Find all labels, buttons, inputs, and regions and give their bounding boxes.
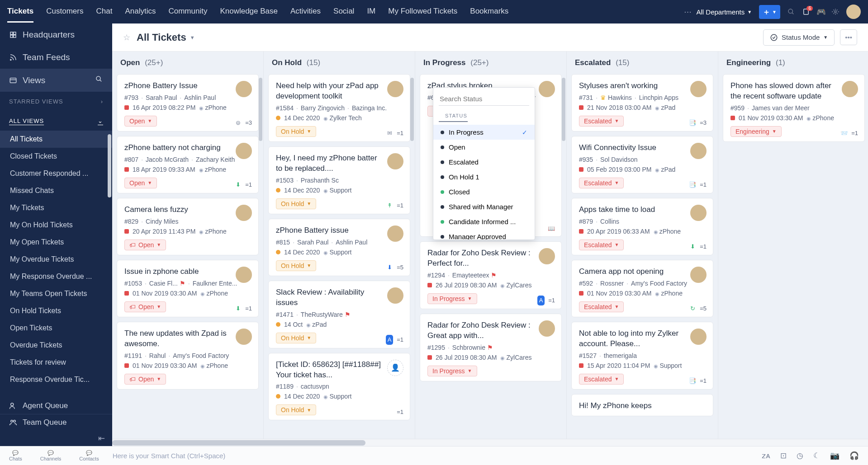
status-dropdown[interactable]: Escalated ▼ [579,240,624,250]
top-nav-chat[interactable]: Chat [96,1,112,23]
assignee-avatar[interactable] [387,153,403,169]
assignee-avatar[interactable] [236,205,252,221]
status-dropdown[interactable]: 🏷 Open ▼ [124,240,166,250]
ticket-card[interactable]: zPhone battery not charging#807Jacob McG… [117,136,259,193]
status-dropdown[interactable]: Escalated ▼ [579,178,624,188]
assignee-avatar[interactable] [842,81,858,97]
assignee-avatar[interactable] [387,81,403,97]
status-search-input[interactable] [439,92,529,106]
top-nav-tickets[interactable]: Tickets [7,1,33,23]
status-dropdown[interactable]: On Hold ▼ [276,404,316,415]
headset-icon[interactable]: 🎧 [849,451,859,460]
bottom-tab-contacts[interactable]: 💬Contacts [79,450,99,461]
view-item[interactable]: My Overdue Tickets [0,251,112,268]
view-item[interactable]: My Open Tickets [0,234,112,251]
view-item[interactable]: My Teams Open Tickets [0,285,112,302]
status-dropdown[interactable]: On Hold ▼ [276,198,316,209]
more-actions-button[interactable]: ••• [840,29,857,45]
ticket-card[interactable]: Phone has slowed down after the recent s… [723,74,865,142]
sidebar-views[interactable]: Views [0,69,112,92]
view-item[interactable]: My Tickets [0,199,112,216]
bottom-tab-chats[interactable]: 💬Chats [9,450,22,461]
assignee-avatar[interactable] [690,143,707,159]
assignee-avatar[interactable] [236,267,252,283]
status-dropdown[interactable]: Open ▼ [124,178,157,188]
translate-icon[interactable]: ᴢᴀ [762,451,770,460]
assignee-avatar[interactable] [236,143,252,159]
ticket-card[interactable]: Radar for Zoho Desk Review : Perfect for… [420,241,562,309]
ticket-card[interactable]: Camera app not opening#592RossnerAmy's F… [571,260,713,317]
search-icon[interactable] [787,8,795,15]
assignee-avatar[interactable] [387,287,403,304]
assignee-avatar[interactable] [387,225,403,242]
smart-chat-input[interactable]: Here is your Smart Chat (Ctrl+Space) [113,452,748,460]
agent-queue[interactable]: Agent Queue [0,398,112,414]
status-option[interactable]: Manager Approved [433,229,535,240]
ticket-card[interactable]: The new updates with Zpad is awesome.#11… [117,322,259,390]
ticket-card[interactable]: zPad stylus broken#668RossnerAmy's Food … [420,74,562,237]
view-item[interactable]: My Response Overdue ... [0,268,112,285]
status-dropdown[interactable]: On Hold ▼ [276,260,316,271]
status-dropdown[interactable]: 🏷 Open ▼ [124,301,166,312]
sidebar-team-feeds[interactable]: Team Feeds [0,46,112,69]
status-option[interactable]: On Hold 1 [433,169,535,184]
assignee-avatar[interactable] [539,248,555,264]
ticket-card[interactable]: Styluses aren't working#731♛ HawkinsLinc… [571,74,713,132]
top-nav-community[interactable]: Community [168,1,207,23]
status-dropdown[interactable]: In Progress ▼ [427,366,477,376]
view-item[interactable]: On Hold Tickets [0,302,112,319]
status-mode-dropdown[interactable]: Status Mode ▼ [763,29,835,46]
unassigned-avatar[interactable]: 👤 [387,360,403,376]
assignee-avatar[interactable] [690,329,707,345]
page-title[interactable]: All Tickets ▼ [137,32,195,43]
status-option[interactable]: Escalated [433,155,535,169]
ticket-card[interactable]: zPhone Battery Issue#793Sarah PaulAshlin… [117,74,259,132]
status-dropdown[interactable]: On Hold ▼ [276,126,316,137]
ticket-card[interactable]: Apps take time to load#879Collins20 Apr … [571,198,713,255]
ticket-card[interactable]: Not able to log into my Zylker account. … [571,322,713,390]
top-nav-social[interactable]: Social [333,1,354,23]
assignee-avatar[interactable] [539,81,555,97]
assignee-avatar[interactable] [236,329,252,345]
view-item[interactable]: Open Tickets [0,319,112,337]
favorite-star-icon[interactable]: ☆ [123,33,130,42]
ticket-card[interactable]: zPhone Battery issue#815Sarah PaulAshlin… [268,219,410,276]
clock-icon[interactable]: ◷ [797,451,803,460]
view-item[interactable]: Missed Chats [0,182,112,199]
top-nav-im[interactable]: IM [367,1,375,23]
column-scrollbar[interactable] [562,78,565,141]
bottom-tab-channels[interactable]: 💬Channels [40,450,61,461]
status-option[interactable]: In Progress✓ [433,125,535,140]
search-views-icon[interactable] [95,75,103,85]
top-nav-analytics[interactable]: Analytics [125,1,156,23]
ticket-card[interactable]: Slack Review : Availability issues#1471T… [268,281,410,348]
view-item[interactable]: Overdue Tickets [0,337,112,354]
sidebar-scrollbar[interactable] [108,134,111,197]
notifications-icon[interactable]: 6 [802,8,810,16]
view-item[interactable]: Tickets for review [0,354,112,371]
all-views-header[interactable]: ALL VIEWS⌄ [0,111,112,131]
gamepad-icon[interactable]: 🎮 [817,8,825,15]
top-nav-customers[interactable]: Customers [46,1,83,23]
view-item[interactable]: Customer Responded ... [0,165,112,182]
top-nav-activities[interactable]: Activities [290,1,321,23]
ticket-card[interactable]: Wifi Connectivity Issue#935Sol Davidson0… [571,136,713,193]
view-item[interactable]: My On Hold Tickets [0,216,112,234]
top-nav-knowledge-base[interactable]: Knowledge Base [220,1,278,23]
ticket-card[interactable]: Need help with your zPad app development… [268,74,410,142]
view-item[interactable]: Response Overdue Tic... [0,371,112,388]
collapse-sidebar-icon[interactable]: ⇤ [0,431,112,446]
assignee-avatar[interactable] [690,267,707,283]
overflow-nav-icon[interactable]: ⋯ [684,7,692,17]
status-dropdown[interactable]: Escalated ▼ [579,374,624,385]
top-nav-bookmarks[interactable]: Bookmarks [470,1,508,23]
status-option[interactable]: Candidate Informed ... [433,214,535,229]
screenshot-icon[interactable]: ⊡ [780,451,787,460]
ticket-card[interactable]: Radar for Zoho Desk Review : Great app w… [420,314,562,381]
horizontal-scrollbar[interactable] [112,439,868,446]
status-dropdown[interactable]: Escalated ▼ [579,116,624,127]
assignee-avatar[interactable] [690,81,707,97]
status-dropdown[interactable]: In Progress ▼ [427,293,477,304]
status-dropdown[interactable]: On Hold ▼ [276,333,316,343]
departments-dropdown[interactable]: All Departments▼ [696,8,752,16]
